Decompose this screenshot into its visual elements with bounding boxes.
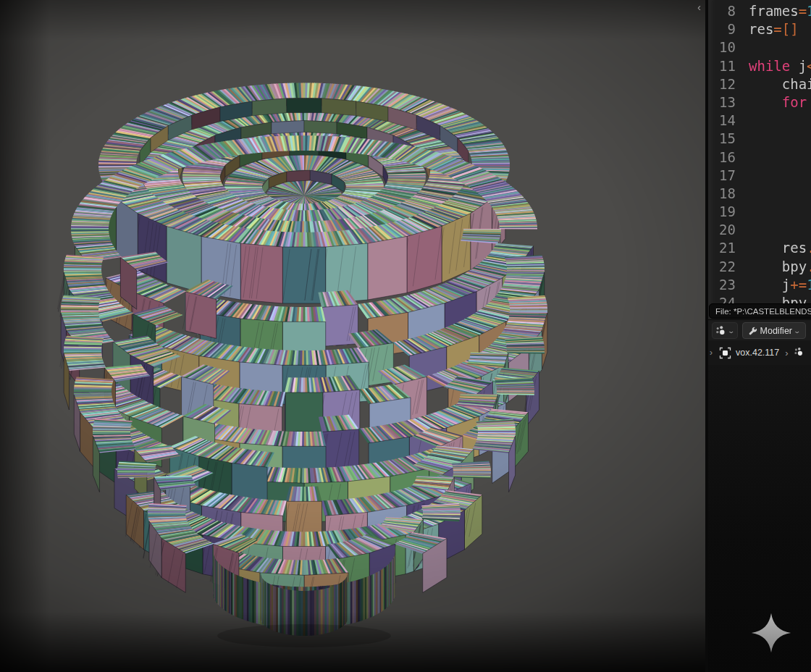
line-number: 8 [708,2,736,20]
expand-panel-chevron[interactable]: › [710,348,713,358]
code-text: res.a [749,239,811,257]
code-line[interactable]: 18 [708,185,811,203]
code-line[interactable]: 21res.a [708,239,811,257]
code-line[interactable]: 8frames=1 [708,2,811,20]
line-number: 12 [708,75,736,93]
code-line[interactable]: 19 [708,203,811,221]
text-editor[interactable]: 8frames=19res=[]1011while j<12chain13for… [708,0,811,319]
code-line[interactable]: 20 [708,221,811,239]
code-line[interactable]: 17 [708,167,811,185]
code-line[interactable]: 13for [708,93,811,112]
wrench-icon [748,326,758,336]
code-text: chain [749,75,811,93]
code-line[interactable]: 23j+=1 [708,276,811,294]
code-line[interactable]: 15 [708,130,811,148]
sparkle-icon [750,610,792,655]
breadcrumb-object-name[interactable]: vox.42.117 [736,348,779,358]
particles-icon [715,326,726,336]
line-number: 10 [708,38,736,56]
blender-window: { "viewport": { "background": "#4c4b49",… [0,0,811,672]
code-text: res=[] [749,20,799,38]
voxel-sculpture-render[interactable] [0,0,705,672]
code-text: while j< [749,57,811,75]
code-line[interactable]: 10 [708,38,811,56]
right-panel: 8frames=19res=[]1011while j<12chain13for… [708,0,811,672]
properties-breadcrumb: › vox.42.117 › [708,340,811,365]
modifier-dropdown-label: Modifier [760,326,792,336]
line-number: 14 [708,112,736,130]
line-number: 9 [708,20,736,38]
code-text: j+=1 [749,276,811,294]
code-line[interactable]: 16 [708,148,811,167]
chevron-right-icon: › [785,348,788,358]
collapse-panel-chevron[interactable]: ‹ [697,1,701,12]
code-line[interactable]: 9res=[] [708,20,811,38]
code-line[interactable]: 12chain [708,75,811,93]
line-number: 21 [708,239,736,257]
code-line[interactable]: 11while j< [708,57,811,75]
modifier-dropdown[interactable]: Modifier ⌄ [742,322,806,339]
code-text: frames=1 [749,2,811,20]
line-number: 17 [708,167,736,185]
line-number: 20 [708,221,736,239]
line-number: 23 [708,276,736,294]
editor-type-dropdown[interactable]: ⌄ [712,322,738,339]
properties-body [708,365,811,672]
object-data-icon [719,347,731,359]
line-number: 16 [708,148,736,167]
chevron-down-icon: ⌄ [727,327,735,335]
line-number: 22 [708,258,736,276]
file-path-bar: File: *P:\CASTELBLENDS\C [709,303,811,319]
code-text: bpy. [749,258,811,276]
code-line[interactable]: 14 [708,112,811,130]
line-number: 15 [708,130,736,148]
line-number: 13 [708,93,736,112]
properties-header: ⌄ Modifier ⌄ VI [708,319,811,341]
line-number: 11 [708,57,736,75]
line-number: 18 [708,185,736,203]
3d-viewport[interactable]: ‹ [0,0,705,672]
code-text: for [749,93,811,112]
line-number: 19 [708,203,736,221]
chevron-down-icon: ⌄ [794,327,802,335]
code-line[interactable]: 22bpy. [708,258,811,276]
code-lines: 8frames=19res=[]1011while j<12chain13for… [708,2,811,312]
particles-icon [794,348,804,358]
